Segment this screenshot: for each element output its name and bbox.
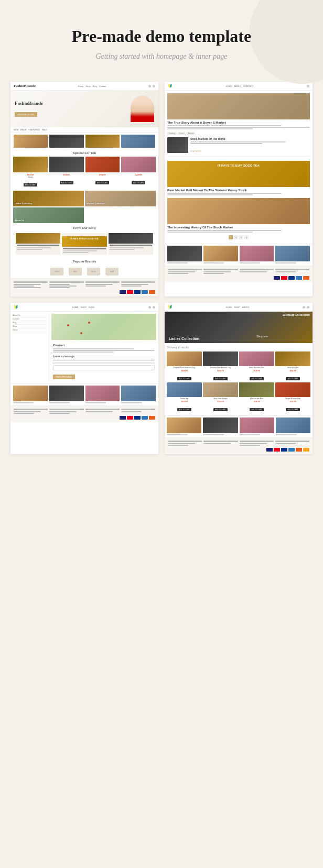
add-btn-4[interactable]: ADD TO CART [132, 181, 145, 184]
blog-paypal-icon [288, 276, 295, 280]
shop-add-2[interactable]: ADD TO CART [213, 377, 227, 380]
sidebar-item-3: Blog [13, 321, 47, 325]
shop-price-2: $34.99 [203, 369, 238, 372]
page-1[interactable]: 1 [229, 235, 233, 239]
shop-related [165, 415, 313, 437]
sr-line-3 [240, 434, 261, 435]
sp-visa [266, 448, 273, 452]
shop-add-7[interactable]: ADD TO CART [250, 408, 263, 411]
contact-input-name[interactable] [53, 359, 155, 361]
large-excerpt-1 [167, 125, 310, 129]
add-btn-1[interactable]: ADD TO CART [24, 183, 37, 186]
shop-add-6[interactable]: ADD TO CART [213, 408, 227, 411]
cf-col-4 [121, 409, 155, 414]
contact-input-message[interactable] [53, 365, 155, 370]
ca-line-1 [13, 402, 34, 403]
product-2 [49, 135, 83, 148]
mock-shop-grid: Flawser Pink Branded City $24.99 ADD TO … [165, 350, 313, 414]
footer-line-4a [121, 284, 148, 285]
demo-card-home[interactable]: FashioBrande Home Shop Blog Contact [10, 82, 158, 296]
hero-person [131, 96, 154, 122]
cf-col-2 [49, 409, 83, 414]
shop-title-2: Flawser Pink Around City [203, 367, 238, 369]
sp-mc [274, 448, 280, 452]
add-btn-2[interactable]: ADD TO CART [60, 181, 73, 184]
brand-logo-3: ECO [87, 268, 100, 276]
contact-input-email[interactable] [53, 362, 155, 364]
demo-card-contact[interactable]: 🔰 HOME SHOP BLOG About Us Conta [10, 303, 158, 454]
mock-nav-links: Home Shop Blog Contact [78, 85, 106, 87]
cat-item-3: About Us [13, 207, 84, 223]
footer-line-2b [49, 285, 77, 287]
blog-footer-line-2b [203, 273, 224, 274]
shop-add-1[interactable]: ADD TO CART [177, 377, 191, 380]
large-thumb-3: IT PAYS TO BUY GOOD TEA [167, 161, 310, 187]
special-item-3: $34.99 ADD TO CART [85, 157, 120, 188]
cat-label-3: About Us [15, 219, 24, 222]
mock-brand-name: FashioBrande [15, 101, 131, 106]
mock-product-grid [14, 135, 155, 148]
shop-add-4[interactable]: ADD TO CART [286, 377, 299, 380]
blog-line-3a [110, 247, 144, 248]
large-article-3: IT PAYS TO BUY GOOD TEA Bear Market Bull… [167, 161, 310, 195]
contact-nav-2: SHOP [81, 306, 87, 309]
sr-img-4 [276, 417, 310, 433]
mock-site-contact: 🔰 HOME SHOP BLOG About Us Conta [10, 303, 158, 422]
page-2[interactable]: 2 [234, 235, 238, 239]
mock-products [10, 133, 158, 150]
mock-blog-logo: 🔰 [168, 84, 173, 88]
related-1 [167, 246, 202, 264]
search-icon [148, 85, 151, 87]
sf-col-1 [168, 441, 202, 446]
special-item-1: $24.99 $39.99 ADD TO CART [13, 157, 48, 188]
shop-add-5[interactable]: ADD TO CART [177, 408, 191, 411]
blog-visa-icon [274, 276, 280, 280]
shop-img-6 [203, 382, 238, 397]
blog-line-1a [17, 247, 51, 248]
tag-2: Forex [178, 132, 186, 135]
sf-title-3 [240, 441, 274, 442]
demo-card-shop[interactable]: 🔰 HOME SHOP ABOUT Ladies Collection Woma… [165, 303, 313, 454]
demo-grid: FashioBrande Home Shop Blog Contact [10, 82, 313, 454]
sr-3 [240, 417, 274, 436]
shop-add-3[interactable]: ADD TO CART [250, 377, 263, 380]
blog-line-2a [63, 250, 97, 251]
mock-site-shop: 🔰 HOME SHOP ABOUT Ladies Collection Woma… [165, 303, 313, 454]
shop-footer-grid [168, 441, 309, 446]
related-2 [203, 246, 238, 264]
add-btn-3[interactable]: ADD TO CART [95, 181, 109, 184]
demo-card-blog[interactable]: 🔰 HOME ABOUT CONTACT The True St [165, 82, 313, 296]
blog-text-1 [16, 244, 60, 251]
shop-add-8[interactable]: ADD TO CART [286, 408, 299, 411]
shop-nav-3: ABOUT [242, 306, 250, 309]
read-more-2[interactable]: READ MORE [190, 150, 201, 152]
contact-submit-btn[interactable]: SEND MESSAGE [53, 375, 75, 379]
contact-footer-grid [14, 409, 155, 414]
page-4[interactable]: 4 [244, 235, 249, 239]
related-line-2 [203, 262, 224, 263]
large-line-4a [167, 230, 282, 231]
sp-amex [288, 448, 295, 452]
amex-icon [142, 290, 148, 294]
shop-nav-icons [303, 306, 309, 309]
blog-item-2: IT PAYS TO BUY GOOD TEA [62, 233, 106, 255]
blog-mc-icon [281, 276, 287, 280]
sr-line-2 [203, 434, 224, 435]
shop-overlay-1: Ladies Collection [169, 337, 199, 340]
shop-price-4: $44.99 [275, 369, 310, 372]
special-item-4: $44.99 ADD TO CART [121, 157, 156, 188]
page-3[interactable]: 3 [239, 235, 243, 239]
shop-item-3: Pale Shoulder Hat $19.99 ADD TO CART [239, 351, 274, 381]
contact-text-3 [53, 351, 114, 353]
mock-special-grid: $24.99 $39.99 ADD TO CART $19.99 ADD TO … [13, 157, 156, 188]
sub-nav-4: SALE [42, 128, 47, 131]
special-img-4 [121, 157, 156, 172]
ca-img-2 [49, 386, 84, 401]
blog-text-3 [109, 244, 153, 251]
brand-logo-2: BIO [69, 268, 82, 276]
sr-img-1 [167, 417, 201, 433]
blog-title-line-1 [17, 245, 59, 246]
related-line-4 [275, 262, 296, 263]
footer-line-1c [14, 287, 41, 288]
contact-text-1 [53, 348, 134, 349]
